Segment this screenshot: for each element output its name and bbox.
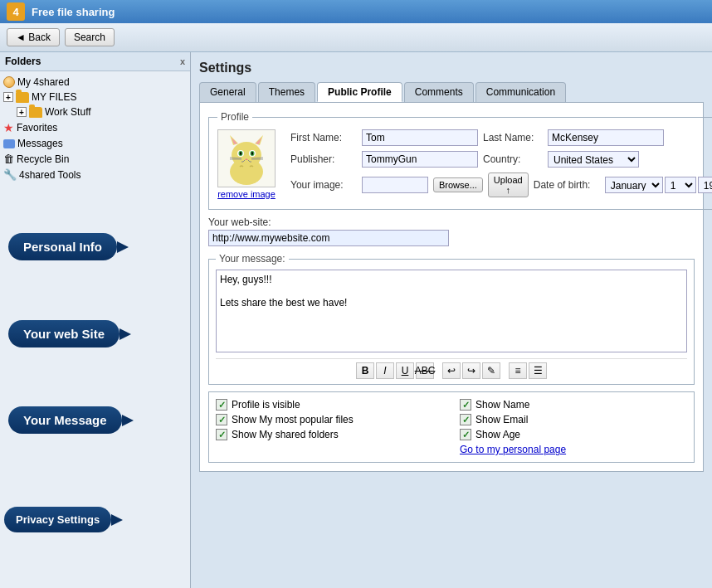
tab-comments[interactable]: Comments (404, 82, 474, 102)
svg-point-11 (251, 152, 253, 155)
strikethrough-button[interactable]: ABC (416, 362, 434, 379)
sidebar-close-button[interactable]: x (180, 56, 185, 66)
highlight-button[interactable]: ✎ (482, 362, 500, 379)
titlebar: 4 Free file sharing (0, 0, 712, 23)
recycle-icon: 🗑 (3, 153, 14, 165)
svg-point-1 (232, 142, 261, 168)
last-name-input[interactable] (548, 129, 664, 146)
bold-button[interactable]: B (356, 362, 374, 379)
expand-workstuff[interactable]: + (17, 107, 27, 117)
sidebar-item-myfiles[interactable]: + MY FILES (0, 90, 190, 104)
country-label: Country: (483, 153, 543, 165)
browse-button[interactable]: Browse... (433, 177, 483, 192)
svg-point-10 (240, 152, 241, 155)
image-path-input[interactable] (362, 177, 428, 193)
sidebar-item-favorites[interactable]: ★ Favorites (0, 119, 190, 136)
undo-button[interactable]: ↩ (442, 362, 461, 379)
name-row: First Name: Last Name: (290, 129, 712, 146)
checkbox-show-email-icon[interactable]: ✓ (460, 414, 471, 425)
image-dob-row: Your image: Browse... Upload ↑ Date of b… (290, 173, 712, 197)
website-section: Your web-site: (208, 216, 695, 246)
sidebar-item-tools[interactable]: 🔧 4shared Tools (0, 167, 190, 182)
sidebar-item-messages[interactable]: Messages (0, 136, 190, 151)
sidebar-item-my4shared[interactable]: My 4shared (0, 75, 190, 90)
app-title: Free file sharing (32, 6, 115, 18)
toolbar: ◄ Back Search (0, 23, 712, 52)
tab-public-profile[interactable]: Public Profile (317, 82, 402, 102)
dob-label: Date of birth: (534, 179, 600, 191)
profile-image-area: remove image (217, 129, 276, 202)
dob-month-select[interactable]: JanuaryFebruaryMarchApril MayJuneJulyAug… (605, 177, 663, 193)
app-logo: 4 (7, 2, 25, 21)
profile-image (217, 129, 276, 187)
settings-panel: Profile (199, 102, 704, 472)
back-button[interactable]: ◄ Back (7, 28, 60, 46)
website-label: Your web-site: (208, 216, 695, 228)
publisher-input[interactable] (362, 151, 478, 168)
checkbox-profile-visible-icon[interactable]: ✓ (216, 399, 227, 411)
tab-general[interactable]: General (199, 82, 256, 102)
privacy-section: ✓ Profile is visible ✓ Show My most popu… (208, 391, 695, 463)
main-layout: Folders x My 4shared + MY FILES + Work S… (0, 52, 712, 588)
message-fieldset: Your message: Hey, guys!!! Lets share th… (208, 253, 695, 385)
personal-page-link[interactable]: Go to my personal page (460, 444, 687, 455)
italic-button[interactable]: I (376, 362, 394, 379)
checkbox-show-age-icon[interactable]: ✓ (460, 429, 471, 440)
profile-legend: Profile (217, 111, 252, 123)
first-name-input[interactable] (362, 129, 478, 146)
dob-year-select[interactable]: 19701965197519801985 (698, 177, 712, 193)
last-name-label: Last Name: (483, 132, 543, 143)
callout-privacy-settings: Privacy Settings (4, 507, 111, 532)
checkbox-show-age: ✓ Show Age (460, 429, 687, 440)
profile-fields: First Name: Last Name: Publisher: Countr… (290, 129, 712, 202)
checkbox-shared-folders-icon[interactable]: ✓ (216, 429, 227, 440)
sidebar-item-recycle[interactable]: 🗑 Recycle Bin (0, 151, 190, 167)
unordered-list-button[interactable]: ≡ (509, 362, 527, 379)
checkbox-profile-visible: ✓ Profile is visible (216, 399, 443, 411)
content-area: Settings General Themes Public Profile C… (191, 52, 712, 588)
sidebar-tree: My 4shared + MY FILES + Work Stuff ★ Fav… (0, 71, 190, 186)
callout-personal-info: Personal Info (8, 233, 117, 260)
page-title: Settings (199, 61, 704, 75)
cat-avatar (222, 132, 271, 186)
sidebar-item-workstuff[interactable]: + Work Stuff (0, 104, 190, 119)
dob-selects: JanuaryFebruaryMarchApril MayJuneJulyAug… (605, 177, 712, 193)
remove-image-link[interactable]: remove image (217, 189, 276, 199)
ordered-list-button[interactable]: ☰ (529, 362, 547, 379)
your-image-label: Your image: (290, 179, 357, 191)
checkbox-shared-folders: ✓ Show My shared folders (216, 429, 443, 440)
first-name-label: First Name: (290, 132, 357, 143)
checkbox-show-name: ✓ Show Name (460, 399, 687, 411)
checkbox-show-name-icon[interactable]: ✓ (460, 399, 471, 411)
checkbox-show-email: ✓ Show Email (460, 414, 687, 425)
checkbox-popular-files-icon[interactable]: ✓ (216, 414, 227, 425)
website-input[interactable] (208, 230, 449, 246)
privacy-col-left: ✓ Profile is visible ✓ Show My most popu… (216, 399, 443, 455)
message-legend: Your message: (216, 253, 289, 265)
message-textarea[interactable]: Hey, guys!!! Lets share the best we have… (216, 270, 687, 352)
checkbox-popular-files: ✓ Show My most popular files (216, 414, 443, 425)
privacy-col-right: ✓ Show Name ✓ Show Email ✓ Show Age Go t… (460, 399, 687, 455)
callout-website: Your web Site (8, 320, 119, 347)
search-button[interactable]: Search (65, 28, 115, 46)
message-toolbar: B I U ABC ↩ ↪ ✎ ≡ ☰ (216, 358, 687, 379)
callout-message: Your Message (8, 406, 122, 434)
upload-button[interactable]: Upload ↑ (488, 173, 529, 197)
tab-communication[interactable]: Communication (475, 82, 566, 102)
publisher-label: Publisher: (290, 153, 357, 165)
message-icon (3, 139, 15, 148)
star-icon: ★ (3, 121, 14, 134)
sidebar-header: Folders x (0, 52, 190, 71)
profile-fieldset: Profile (208, 111, 712, 210)
country-select[interactable]: United States Canada United Kingdom (548, 151, 639, 168)
folders-label: Folders (5, 56, 41, 67)
expand-myfiles[interactable]: + (3, 92, 13, 102)
tab-bar: General Themes Public Profile Comments C… (199, 82, 704, 102)
redo-button[interactable]: ↪ (462, 362, 480, 379)
underline-button[interactable]: U (396, 362, 414, 379)
tools-icon: 🔧 (3, 168, 17, 181)
tab-themes[interactable]: Themes (258, 82, 315, 102)
dob-day-select[interactable]: 12345 678910 15202531 (665, 177, 696, 193)
publisher-country-row: Publisher: Country: United States Canada… (290, 151, 712, 168)
sidebar: Folders x My 4shared + MY FILES + Work S… (0, 52, 191, 588)
